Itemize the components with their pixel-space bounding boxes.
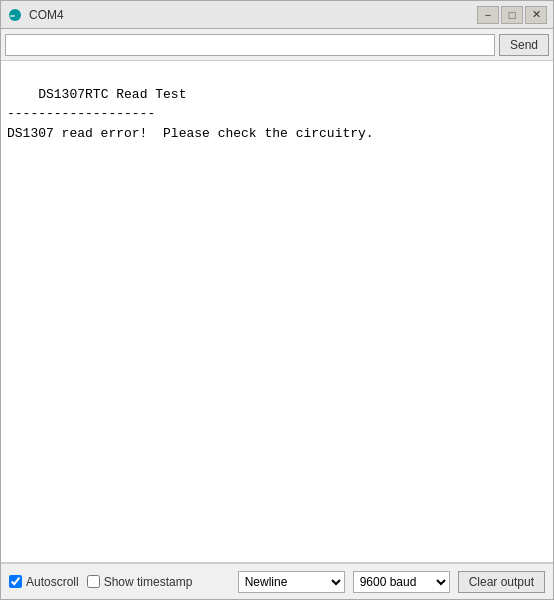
autoscroll-group: Autoscroll [9,575,79,589]
toolbar: Send [1,29,553,61]
newline-select[interactable]: Newline No line ending Carriage return B… [238,571,345,593]
show-timestamp-group: Show timestamp [87,575,193,589]
show-timestamp-checkbox[interactable] [87,575,100,588]
arduino-serial-monitor-window: ∞ COM4 − □ ✕ Send DS1307RTC Read Test --… [0,0,554,600]
autoscroll-label: Autoscroll [26,575,79,589]
send-button[interactable]: Send [499,34,549,56]
clear-output-button[interactable]: Clear output [458,571,545,593]
svg-text:∞: ∞ [10,12,15,19]
window-controls: − □ ✕ [477,6,547,24]
close-button[interactable]: ✕ [525,6,547,24]
baud-rate-select[interactable]: 300 baud 1200 baud 2400 baud 4800 baud 9… [353,571,450,593]
window-title: COM4 [29,8,64,22]
autoscroll-checkbox[interactable] [9,575,22,588]
show-timestamp-label: Show timestamp [104,575,193,589]
maximize-button[interactable]: □ [501,6,523,24]
serial-input[interactable] [5,34,495,56]
title-bar-left: ∞ COM4 [7,7,64,23]
minimize-button[interactable]: − [477,6,499,24]
title-bar: ∞ COM4 − □ ✕ [1,1,553,29]
arduino-icon: ∞ [7,7,23,23]
status-bar: Autoscroll Show timestamp Newline No lin… [1,563,553,599]
serial-output: DS1307RTC Read Test ------------------- … [1,61,553,563]
